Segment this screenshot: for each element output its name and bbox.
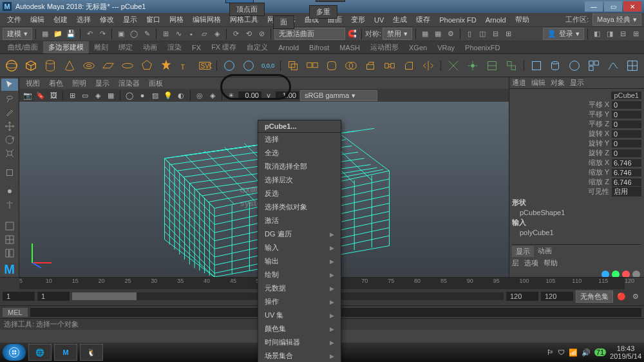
workspace-dropdown[interactable]: Maya 经典▾	[592, 14, 641, 26]
ctx-item[interactable]: 选择	[258, 133, 341, 146]
shelf-tab-sculpt[interactable]: 雕刻	[89, 41, 113, 53]
shelf-tab-vray[interactable]: VRay	[432, 43, 460, 53]
vp-xray-icon[interactable]: ◈	[207, 90, 218, 100]
maximize-button[interactable]: ▭	[604, 1, 622, 12]
superellipse-icon[interactable]	[240, 56, 258, 75]
cb-tab-channel[interactable]: 通道	[512, 78, 526, 88]
scale-tool[interactable]	[1, 148, 18, 160]
vp-select-cam-icon[interactable]: 📷	[22, 90, 33, 100]
snap-point-icon[interactable]: •	[185, 28, 197, 40]
undo-icon[interactable]: ↶	[84, 28, 95, 40]
shelf-tab-fx[interactable]: FX	[187, 43, 206, 53]
vp-image-plane-icon[interactable]: 🖼	[48, 90, 59, 100]
menu-window[interactable]: 窗口	[142, 15, 165, 24]
ctx-item[interactable]: UV 集▶	[258, 309, 341, 322]
tray-volume-icon[interactable]: 🔊	[582, 348, 591, 357]
connect-icon[interactable]	[483, 56, 501, 75]
range-end[interactable]: 120	[541, 292, 573, 301]
booleans-icon[interactable]	[342, 56, 360, 75]
vp-wireframe-icon[interactable]: ◯	[124, 90, 135, 100]
task-qq-icon[interactable]: 🐧	[80, 344, 103, 361]
ctx-item[interactable]: 时间编辑器▶	[258, 336, 341, 349]
menu-arnold[interactable]: Arnold	[481, 16, 511, 24]
shelf-tab-xgen[interactable]: XGen	[404, 43, 432, 53]
attr-value[interactable]: 0	[612, 120, 641, 128]
panel-layout2-icon[interactable]: ◫	[477, 28, 488, 40]
poly-torus-icon[interactable]	[80, 56, 98, 75]
ctx-item[interactable]: 颜色集▶	[258, 322, 341, 336]
mode-dropdown[interactable]: 建模▾	[3, 28, 32, 40]
poly-cube-icon[interactable]	[22, 56, 40, 75]
panel-layout3-icon[interactable]: ⊟	[489, 28, 501, 40]
poly-svg-icon[interactable]: SVG	[196, 56, 214, 75]
ui-toggle4-icon[interactable]: ⊞	[630, 28, 641, 40]
ctx-item[interactable]: 取消选择全部	[258, 160, 341, 173]
layer-menu-options[interactable]: 选项	[524, 258, 538, 268]
menu-phoenix[interactable]: Phoenix FD	[435, 16, 480, 24]
menu-deform[interactable]: 变形	[346, 15, 370, 24]
layer-tab-anim[interactable]: 动画	[538, 246, 552, 257]
shelf-tab-phoenix[interactable]: PhoenixFD	[460, 43, 505, 53]
vp-res-gate-icon[interactable]: ◈	[92, 90, 104, 100]
layer-menu-layer[interactable]: 层	[512, 258, 519, 268]
magnet-icon[interactable]: 🧲	[346, 28, 358, 40]
uv-editor-icon[interactable]	[623, 56, 641, 75]
view-four-icon[interactable]	[1, 233, 18, 245]
history3-icon[interactable]: ⊘	[256, 28, 267, 40]
menu-uv[interactable]: UV	[370, 16, 388, 24]
vp-menu-view[interactable]: 视图	[22, 78, 44, 89]
select-mode-icon[interactable]: ▣	[115, 28, 127, 40]
select-tool[interactable]	[1, 79, 18, 91]
playback-end[interactable]: 120	[506, 292, 538, 301]
ui-toggle3-icon[interactable]: ⊟	[617, 28, 629, 40]
ctx-item[interactable]: 输入▶	[258, 241, 341, 254]
symmetry-dropdown[interactable]: 禁用▾	[383, 28, 412, 40]
shelf-tab-motion[interactable]: 运动图形	[365, 41, 404, 53]
lasso-icon[interactable]: ◯	[128, 28, 140, 40]
attr-value[interactable]: 启用	[612, 187, 641, 196]
panel-layout4-icon[interactable]: ⊞	[502, 28, 514, 40]
shelf-tab-arnold[interactable]: Arnold	[273, 43, 304, 53]
shelf-tab-anim[interactable]: 动画	[138, 41, 162, 53]
vp-gate-mask-icon[interactable]: ▦	[105, 90, 117, 100]
symmetry-tool[interactable]	[1, 199, 18, 211]
char-set-dropdown[interactable]: 无角色集	[576, 291, 613, 303]
snap-plane-icon[interactable]: ▱	[198, 28, 210, 40]
attr-value[interactable]: 0	[612, 101, 641, 109]
snap-curve-icon[interactable]: ∿	[173, 28, 184, 40]
ipr-icon[interactable]: ▦	[432, 28, 444, 40]
layer-toggle4-icon[interactable]	[632, 271, 640, 277]
vp-textured-icon[interactable]: ▨	[149, 90, 161, 100]
layer-menu-help[interactable]: 帮助	[544, 258, 558, 268]
layer-toggle3-icon[interactable]	[622, 271, 630, 277]
vp-menu-light[interactable]: 照明	[68, 78, 90, 89]
menu-display[interactable]: 显示	[118, 15, 142, 24]
vp-grid-icon[interactable]: ⊞	[66, 90, 78, 100]
extrude-icon[interactable]	[361, 56, 379, 75]
poly-cylinder-icon[interactable]	[41, 56, 59, 75]
attr-value[interactable]: 0	[612, 130, 641, 138]
menu-mesh[interactable]: 网格	[165, 15, 188, 24]
move-tool[interactable]	[1, 120, 18, 132]
attr-value[interactable]: 6.746	[612, 178, 641, 186]
ctx-item[interactable]: 元数据▶	[258, 281, 341, 295]
start-button[interactable]	[3, 344, 26, 361]
ctx-item[interactable]: 操作▶	[258, 295, 341, 309]
layer-toggle1-icon[interactable]	[601, 271, 609, 277]
menu-file[interactable]: 文件	[3, 15, 26, 24]
shelf-tab-render[interactable]: 渲染	[162, 41, 187, 53]
vp-film-gate-icon[interactable]: ▭	[79, 90, 91, 100]
range-start[interactable]: 1	[3, 292, 35, 301]
playback-start[interactable]: 1	[37, 292, 70, 301]
shelf-tab-poly[interactable]: 多边形建模	[43, 41, 89, 53]
soft-select-tool[interactable]	[1, 185, 18, 197]
playback-options-icon[interactable]: ⚙	[630, 291, 641, 302]
new-scene-icon[interactable]: ▦	[39, 28, 51, 40]
ctx-item[interactable]: 选择类似对象	[258, 200, 341, 214]
ui-toggle2-icon[interactable]: ◨	[604, 28, 616, 40]
panel-layout1-icon[interactable]: ▯	[464, 28, 475, 40]
menu-select[interactable]: 选择	[72, 15, 95, 24]
snap-live-icon[interactable]: ◈	[211, 28, 223, 40]
cb-tab-object[interactable]: 对象	[551, 78, 565, 88]
poly-plane-icon[interactable]	[99, 56, 117, 75]
